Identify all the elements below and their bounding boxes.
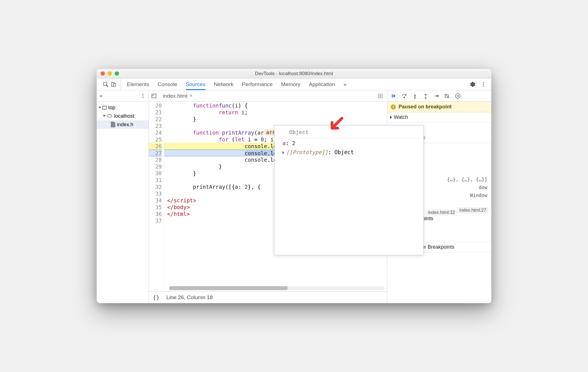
tab-application[interactable]: Application <box>309 78 335 90</box>
devtools-window: DevTools - localhost:8080/index.html Ele… <box>97 69 491 303</box>
chevron-down-icon <box>98 107 101 108</box>
watch-section-header[interactable]: Watch <box>387 112 491 122</box>
tree-file-label: index.h <box>117 122 133 128</box>
svg-rect-9 <box>152 94 156 98</box>
cloud-icon <box>107 113 112 119</box>
sidebar-overflow[interactable]: » <box>100 93 102 99</box>
inspect-element-icon[interactable] <box>103 82 109 87</box>
popover-property[interactable]: a: 2 <box>278 138 420 147</box>
kebab-menu-icon[interactable] <box>481 82 486 87</box>
settings-gear-icon[interactable] <box>470 82 476 87</box>
tree-root-top[interactable]: top <box>97 103 149 112</box>
callstack-location[interactable]: index.html:32 <box>426 209 457 216</box>
editor-tabbar: index.html × <box>149 90 387 102</box>
step-over-icon[interactable] <box>401 93 407 99</box>
svg-point-5 <box>483 86 484 86</box>
horizontal-scrollbar[interactable] <box>169 286 385 290</box>
editor-tab-label: index.html <box>163 93 187 99</box>
tree-root-label: top <box>108 105 115 111</box>
value-hover-popover: Object a: 2 [[Prototype]]: Object <box>274 125 424 255</box>
paused-banner: i Paused on breakpoint <box>387 102 491 112</box>
deactivate-breakpoints-icon[interactable] <box>444 93 450 99</box>
panel-tabs: Elements Console Sources Network Perform… <box>121 78 467 90</box>
annotation-arrow-icon <box>328 117 345 134</box>
navigator-toggle-icon[interactable] <box>151 93 157 99</box>
svg-rect-11 <box>392 94 393 98</box>
status-bar: {} Line 26, Column 18 <box>149 291 387 303</box>
svg-point-15 <box>438 95 439 96</box>
run-snippet-icon[interactable] <box>377 93 383 99</box>
cursor-position: Line 26, Column 18 <box>166 294 213 301</box>
step-icon[interactable] <box>434 93 439 99</box>
tab-performance[interactable]: Performance <box>242 78 273 90</box>
chevron-right-icon <box>282 151 284 154</box>
pretty-print-icon[interactable]: {} <box>153 294 160 301</box>
debugger-toolbar <box>387 90 491 102</box>
svg-point-8 <box>142 97 143 98</box>
pause-exceptions-icon[interactable] <box>455 93 461 99</box>
sources-sidebar: » top localhost: <box>97 90 149 303</box>
info-icon: i <box>391 104 396 110</box>
svg-point-14 <box>425 97 426 98</box>
svg-point-4 <box>483 84 484 85</box>
chevron-down-icon <box>103 115 106 117</box>
svg-point-13 <box>414 97 415 98</box>
tree-file-index[interactable]: index.h <box>97 120 149 129</box>
resume-icon[interactable] <box>391 93 396 99</box>
step-out-icon[interactable] <box>423 93 428 99</box>
tree-origin-label: localhost: <box>114 113 136 119</box>
tab-network[interactable]: Network <box>214 78 234 90</box>
svg-rect-18 <box>458 95 459 97</box>
popover-title: Object <box>278 128 420 138</box>
svg-point-16 <box>456 93 460 98</box>
sidebar-kebab-icon[interactable] <box>140 93 146 99</box>
frame-icon <box>102 106 107 110</box>
chevron-right-icon <box>390 116 392 119</box>
main-tabbar: Elements Console Sources Network Perform… <box>97 78 491 90</box>
tabs-overflow[interactable]: » <box>344 78 347 90</box>
titlebar: DevTools - localhost:8080/index.html <box>97 69 491 78</box>
editor-tab-index[interactable]: index.html × <box>161 93 195 99</box>
paused-banner-text: Paused on breakpoint <box>399 104 452 110</box>
file-icon <box>111 122 115 127</box>
svg-point-3 <box>483 82 484 83</box>
watch-label: Watch <box>394 114 408 120</box>
svg-point-7 <box>142 95 143 96</box>
svg-point-12 <box>404 97 404 98</box>
window-title: DevTools - localhost:8080/index.html <box>97 71 491 76</box>
step-into-icon[interactable] <box>412 93 418 99</box>
svg-point-6 <box>142 94 143 95</box>
tree-origin[interactable]: localhost: <box>97 112 149 120</box>
popover-prototype[interactable]: [[Prototype]]: Object <box>278 147 420 156</box>
close-tab-icon[interactable]: × <box>190 93 193 99</box>
device-toggle-icon[interactable] <box>111 82 116 87</box>
tab-sources[interactable]: Sources <box>186 78 205 90</box>
svg-rect-17 <box>457 95 458 97</box>
callstack-location[interactable]: index.html:27 <box>457 207 488 213</box>
tab-memory[interactable]: Memory <box>281 78 300 90</box>
tab-console[interactable]: Console <box>158 78 177 90</box>
tab-elements[interactable]: Elements <box>127 78 149 90</box>
svg-rect-2 <box>114 83 116 86</box>
